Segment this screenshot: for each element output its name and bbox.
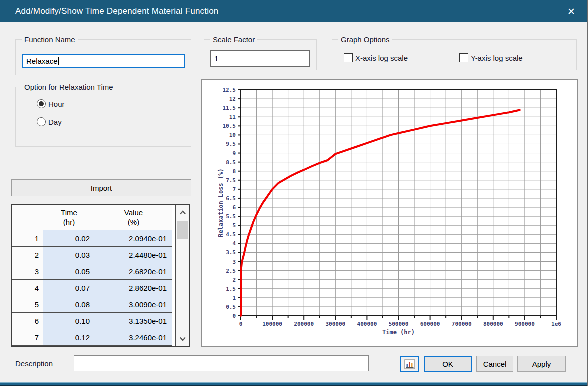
svg-text:7: 7 bbox=[232, 186, 236, 193]
graph-options-group: Graph Options X-axis log scale Y-axis lo… bbox=[332, 39, 577, 70]
time-cell[interactable]: 0.10 bbox=[44, 313, 96, 329]
table-body: 10.022.0940e-0120.032.4480e-0130.052.682… bbox=[12, 230, 176, 346]
svg-text:12: 12 bbox=[230, 96, 236, 102]
svg-text:10.5: 10.5 bbox=[223, 123, 236, 129]
svg-text:11: 11 bbox=[230, 114, 236, 120]
radio-day-circle[interactable] bbox=[37, 117, 46, 126]
row-index-cell[interactable]: 6 bbox=[12, 313, 44, 329]
close-icon[interactable]: ✕ bbox=[560, 0, 584, 22]
svg-text:1.5: 1.5 bbox=[226, 286, 236, 292]
y-log-checkbox-box[interactable] bbox=[460, 53, 468, 62]
value-cell[interactable]: 2.8620e-01 bbox=[96, 280, 172, 296]
svg-text:300000: 300000 bbox=[326, 321, 346, 327]
scale-factor-value: 1 bbox=[214, 54, 218, 63]
table-row: 10.022.0940e-01 bbox=[12, 230, 176, 247]
text-caret bbox=[58, 57, 59, 65]
table-row: 70.123.2460e-01 bbox=[12, 329, 176, 346]
svg-text:10: 10 bbox=[230, 132, 236, 138]
show-graph-button[interactable] bbox=[400, 356, 420, 372]
apply-button[interactable]: Apply bbox=[518, 356, 566, 372]
table-row: 60.103.1350e-01 bbox=[12, 313, 176, 329]
time-value-table: Time(hr) Value(%) 10.022.0940e-0120.032.… bbox=[12, 204, 190, 347]
ok-button[interactable]: OK bbox=[424, 356, 472, 372]
x-log-checkbox[interactable]: X-axis log scale bbox=[344, 53, 408, 62]
radio-hour-label: Hour bbox=[48, 100, 65, 108]
svg-text:8.5: 8.5 bbox=[226, 159, 236, 166]
function-name-value: Relaxace bbox=[26, 57, 58, 65]
dialog-title: Add/Modify/Show Time Dependent Material … bbox=[0, 6, 218, 16]
value-cell[interactable]: 3.1350e-01 bbox=[96, 313, 172, 329]
scroll-up-icon[interactable] bbox=[176, 205, 190, 219]
svg-text:3.5: 3.5 bbox=[226, 249, 236, 256]
table-row: 30.052.6820e-01 bbox=[12, 263, 176, 280]
row-index-cell[interactable]: 3 bbox=[12, 263, 44, 280]
scrollbar-thumb[interactable] bbox=[178, 221, 188, 239]
value-cell[interactable]: 2.6820e-01 bbox=[96, 263, 172, 280]
svg-text:0: 0 bbox=[240, 321, 243, 327]
scale-factor-group: Scale Factor 1 bbox=[204, 39, 317, 70]
value-cell[interactable]: 3.2460e-01 bbox=[96, 329, 172, 346]
svg-text:500000: 500000 bbox=[389, 321, 409, 327]
relaxation-chart: 0100000200000300000400000500000600000700… bbox=[202, 80, 578, 346]
import-button[interactable]: Import bbox=[12, 179, 192, 196]
radio-hour[interactable]: Hour bbox=[37, 99, 65, 108]
time-cell[interactable]: 0.07 bbox=[44, 280, 96, 296]
window-bottom-border bbox=[0, 382, 588, 386]
value-cell[interactable]: 2.4480e-01 bbox=[96, 247, 172, 263]
time-cell[interactable]: 0.05 bbox=[44, 263, 96, 280]
cancel-button[interactable]: Cancel bbox=[476, 356, 514, 372]
row-index-cell[interactable]: 2 bbox=[12, 247, 44, 263]
row-index-cell[interactable]: 1 bbox=[12, 230, 44, 247]
table-scrollbar[interactable] bbox=[176, 205, 190, 346]
relaxation-time-group: Option for Relaxation Time Hour Day bbox=[16, 87, 192, 147]
svg-text:Time (hr): Time (hr) bbox=[382, 329, 415, 336]
row-index-cell[interactable]: 4 bbox=[12, 280, 44, 296]
dialog-window: Add/Modify/Show Time Dependent Material … bbox=[0, 0, 588, 386]
table-header-time: Time(hr) bbox=[44, 205, 96, 230]
time-cell[interactable]: 0.08 bbox=[44, 296, 96, 313]
svg-text:400000: 400000 bbox=[358, 321, 378, 327]
svg-text:11.5: 11.5 bbox=[223, 105, 236, 111]
x-log-checkbox-label: X-axis log scale bbox=[356, 54, 408, 62]
value-cell[interactable]: 2.0940e-01 bbox=[96, 230, 172, 247]
svg-text:1: 1 bbox=[232, 295, 236, 301]
description-input[interactable] bbox=[74, 355, 369, 371]
value-cell[interactable]: 3.0090e-01 bbox=[96, 296, 172, 313]
svg-text:6.5: 6.5 bbox=[226, 195, 236, 202]
x-log-checkbox-box[interactable] bbox=[344, 53, 353, 62]
svg-text:4.5: 4.5 bbox=[226, 231, 236, 238]
svg-text:200000: 200000 bbox=[294, 321, 314, 327]
svg-text:0: 0 bbox=[232, 313, 236, 319]
radio-day[interactable]: Day bbox=[37, 117, 62, 126]
svg-text:900000: 900000 bbox=[515, 321, 535, 327]
svg-text:2.5: 2.5 bbox=[226, 268, 236, 274]
table-row: 20.032.4480e-01 bbox=[12, 247, 176, 263]
svg-text:6: 6 bbox=[232, 204, 236, 211]
svg-text:2: 2 bbox=[232, 277, 236, 283]
svg-text:100000: 100000 bbox=[262, 321, 282, 327]
y-log-checkbox[interactable]: Y-axis log scale bbox=[460, 53, 523, 62]
svg-text:7.5: 7.5 bbox=[226, 177, 236, 184]
y-log-checkbox-label: Y-axis log scale bbox=[471, 54, 523, 62]
svg-text:1e6: 1e6 bbox=[552, 321, 562, 327]
radio-hour-circle[interactable] bbox=[37, 99, 46, 108]
scale-factor-input[interactable]: 1 bbox=[210, 50, 310, 67]
svg-text:0.5: 0.5 bbox=[226, 304, 236, 310]
scale-factor-label: Scale Factor bbox=[210, 35, 258, 44]
scroll-down-icon[interactable] bbox=[176, 332, 190, 346]
svg-text:600000: 600000 bbox=[420, 321, 440, 327]
row-index-cell[interactable]: 5 bbox=[12, 296, 44, 313]
svg-text:700000: 700000 bbox=[452, 321, 472, 327]
time-cell[interactable]: 0.12 bbox=[44, 329, 96, 346]
table-row: 50.083.0090e-01 bbox=[12, 296, 176, 313]
function-name-input[interactable]: Relaxace bbox=[22, 54, 185, 68]
time-cell[interactable]: 0.02 bbox=[44, 230, 96, 247]
title-bar: Add/Modify/Show Time Dependent Material … bbox=[0, 0, 588, 22]
table-row: 40.072.8620e-01 bbox=[12, 280, 176, 296]
function-name-label: Function Name bbox=[22, 35, 78, 44]
time-cell[interactable]: 0.03 bbox=[44, 247, 96, 263]
table-header-index bbox=[12, 205, 44, 230]
svg-text:5: 5 bbox=[232, 222, 236, 229]
row-index-cell[interactable]: 7 bbox=[12, 329, 44, 346]
description-label: Description bbox=[16, 359, 53, 368]
